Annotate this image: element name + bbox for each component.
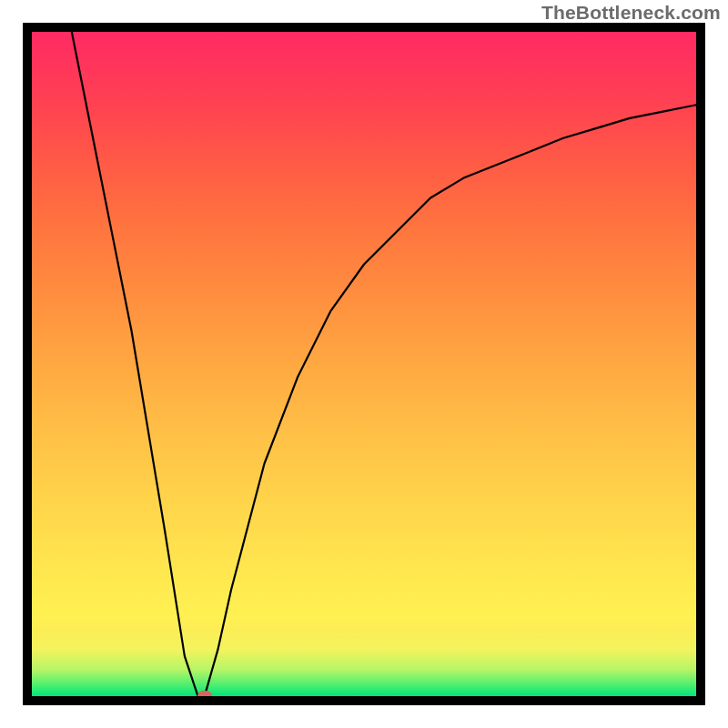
chart-frame [23, 23, 705, 705]
attribution-text: TheBottleneck.com [541, 2, 721, 24]
